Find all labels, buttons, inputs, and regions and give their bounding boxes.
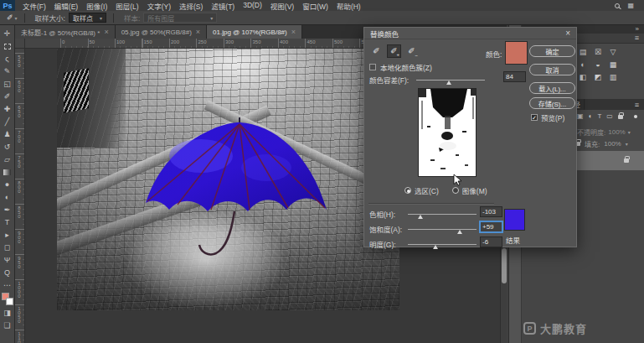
lasso-tool[interactable]: ς <box>0 53 15 65</box>
saturation-slider-thumb[interactable] <box>457 230 462 234</box>
localize-checkbox[interactable] <box>369 64 376 70</box>
image-radio[interactable] <box>452 187 459 194</box>
path-selection-tool-icon: ▸ <box>5 231 9 239</box>
hue-value[interactable]: -103 <box>480 206 502 217</box>
adjustment-icon-2[interactable]: ☒ <box>590 48 605 57</box>
menu-item[interactable]: 图像(I) <box>82 1 111 11</box>
sample-size-select[interactable]: 取样点 ▾ <box>69 13 106 23</box>
result-color-swatch[interactable] <box>504 209 525 231</box>
clone-stamp-tool[interactable]: ♟ <box>0 128 15 141</box>
close-icon[interactable]: × <box>104 29 108 36</box>
history-brush-tool[interactable]: ↺ <box>0 141 15 153</box>
current-tool-preset[interactable]: ✐ ▾ <box>7 13 18 22</box>
preview-checkbox-row[interactable]: ✓ 预览(P) <box>531 112 564 122</box>
hand-tool[interactable]: Ψ <box>0 254 15 267</box>
close-icon[interactable]: × <box>196 29 200 36</box>
document-image[interactable] <box>57 49 399 310</box>
dialog-title-bar[interactable]: 替换颜色 × <box>364 28 576 39</box>
move-tool[interactable]: ✛ <box>0 28 15 40</box>
selection-mask-preview[interactable] <box>418 88 477 177</box>
menu-item[interactable]: 文件(F) <box>18 1 50 11</box>
menu-item[interactable]: 滤镜(T) <box>207 1 239 11</box>
preview-checkbox[interactable]: ✓ <box>531 114 538 121</box>
add-to-sample-eyedropper[interactable]: ✐+ <box>387 44 401 58</box>
document-tab[interactable]: 05.jpg @ 50%(RGB/8#)× <box>116 25 207 39</box>
quick-selection-tool[interactable]: ✎ <box>0 65 15 78</box>
layer-filter-icon-1[interactable]: ▣ <box>577 113 584 120</box>
fuzziness-value[interactable]: 84 <box>503 71 526 82</box>
menu-item[interactable]: 窗口(W) <box>298 1 332 11</box>
eyedropper-tool[interactable]: ✐ <box>0 91 15 103</box>
layer-filter-toggle[interactable] <box>634 115 637 118</box>
gradient-tool[interactable] <box>0 166 15 179</box>
lightness-value[interactable]: -6 <box>480 236 502 247</box>
layer-lock-icon[interactable] <box>624 159 629 163</box>
background-color-swatch[interactable] <box>6 298 13 305</box>
subtract-from-sample-eyedropper[interactable]: ✐− <box>404 44 419 58</box>
workspace-icon[interactable]: ▦ <box>627 3 634 9</box>
lightness-slider[interactable] <box>408 244 477 245</box>
dodge-tool[interactable]: ◐ <box>0 191 15 204</box>
adjustment-icon-9[interactable]: ▥ <box>605 73 621 82</box>
adjustment-icon-1[interactable]: ▤ <box>575 48 590 57</box>
collapse-panels-icon[interactable]: » <box>636 26 639 33</box>
layer-filter-icon-3[interactable]: T <box>597 113 601 120</box>
zoom-tool[interactable]: Q <box>0 267 15 279</box>
marquee-tool[interactable] <box>0 40 15 53</box>
ok-button[interactable]: 确定 <box>529 45 575 57</box>
selection-radio[interactable] <box>404 187 411 194</box>
menu-item[interactable]: 编辑(E) <box>50 1 82 11</box>
adjustment-icon-5[interactable]: ◒ <box>590 60 605 70</box>
layer-filter-icon-2[interactable]: ◐ <box>589 113 593 120</box>
shape-tool[interactable]: ◻ <box>0 242 15 254</box>
blur-tool[interactable]: ● <box>0 179 15 191</box>
panel-menu-icon[interactable]: ≡ <box>635 99 644 110</box>
saturation-value[interactable]: +59 <box>480 221 502 232</box>
menu-item[interactable]: 图层(L) <box>111 1 142 11</box>
opacity-value[interactable]: 100% <box>608 128 625 136</box>
color-picker[interactable] <box>0 292 15 307</box>
fill-value[interactable]: 100% <box>604 140 621 148</box>
brush-tool[interactable]: ╱ <box>0 116 15 128</box>
path-selection-tool[interactable]: ▸ <box>0 229 15 242</box>
menu-item[interactable]: 帮助(H) <box>332 1 365 11</box>
saturation-slider[interactable] <box>408 229 477 230</box>
menu-item[interactable]: 3D(D) <box>239 1 266 11</box>
lock-filter-icon[interactable] <box>618 115 623 119</box>
eyedropper-tool-icon: ✐ <box>4 93 11 101</box>
adjustment-icon-4[interactable]: ◐ <box>575 60 590 70</box>
screen-mode[interactable]: ❏ <box>0 320 15 332</box>
pen-tool[interactable]: ✒ <box>0 204 15 216</box>
document-tab[interactable]: 01.jpg @ 107%(RGB/8#)× <box>207 25 302 39</box>
close-icon[interactable]: × <box>565 29 570 38</box>
edit-toolbar[interactable]: ⋯ <box>0 279 15 292</box>
cancel-button[interactable]: 取消 <box>529 64 575 75</box>
hue-slider-thumb[interactable] <box>418 215 423 219</box>
image-radio-item[interactable]: 图像(M) <box>452 185 487 195</box>
lightness-slider-thumb[interactable] <box>433 245 438 249</box>
document-tab[interactable]: 未标题-1 @ 50%(RGB/8) *× <box>15 25 116 39</box>
type-tool[interactable]: T <box>0 216 15 229</box>
panel-menu-icon[interactable]: ≡ <box>635 34 639 42</box>
adjustment-icon-8[interactable]: ◩ <box>590 73 605 82</box>
selection-radio-item[interactable]: 选区(C) <box>404 185 439 195</box>
sampled-color-swatch[interactable] <box>505 41 528 65</box>
eraser-tool[interactable]: ▱ <box>0 153 15 166</box>
menu-item[interactable]: 文字(Y) <box>143 1 175 11</box>
adjustment-icon-6[interactable]: ▦ <box>605 60 621 70</box>
crop-tool[interactable]: ◱ <box>0 78 15 91</box>
save-button[interactable]: 存储(S)... <box>529 97 575 109</box>
vertical-ruler[interactable]: 550600650700750800850900950100010501100 <box>15 49 25 343</box>
healing-brush-tool[interactable]: ✚ <box>0 103 15 116</box>
search-icon[interactable] <box>615 3 620 8</box>
load-button[interactable]: 载入(L)... <box>529 82 575 94</box>
quick-mask-mode[interactable]: ◨ <box>0 307 15 320</box>
adjustment-icon-7[interactable]: ◧ <box>575 73 590 82</box>
fuzziness-slider-thumb[interactable] <box>446 81 451 85</box>
menu-item[interactable]: 视图(V) <box>266 1 298 11</box>
adjustment-icon-3[interactable]: ▽ <box>605 48 621 57</box>
close-icon[interactable]: × <box>291 29 296 36</box>
layer-filter-icon-4[interactable]: ▭ <box>606 113 613 120</box>
sample-eyedropper[interactable]: ✐ <box>369 44 384 58</box>
menu-item[interactable]: 选择(S) <box>175 1 207 11</box>
